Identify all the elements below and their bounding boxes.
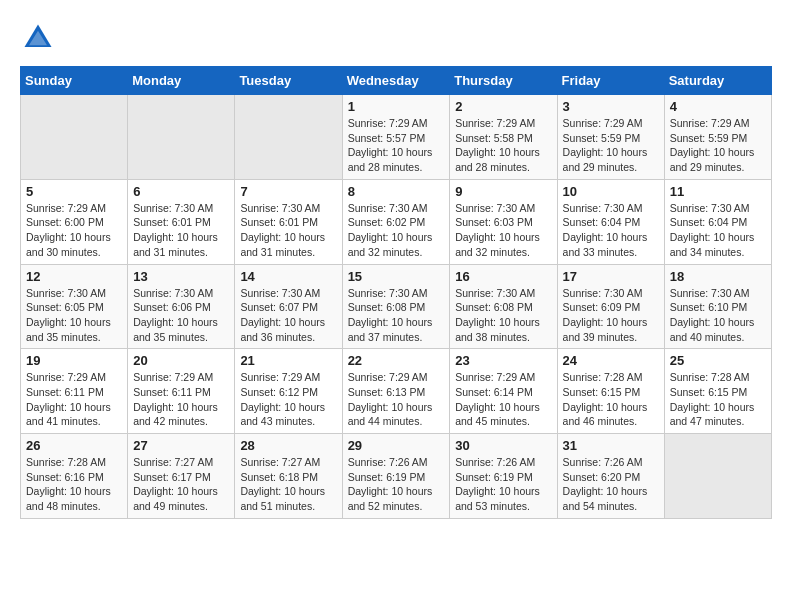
day-number: 17 [563, 269, 659, 284]
day-number: 11 [670, 184, 766, 199]
day-number: 15 [348, 269, 445, 284]
day-info: Sunrise: 7:30 AM Sunset: 6:01 PM Dayligh… [133, 201, 229, 260]
day-number: 19 [26, 353, 122, 368]
day-number: 1 [348, 99, 445, 114]
day-info: Sunrise: 7:26 AM Sunset: 6:20 PM Dayligh… [563, 455, 659, 514]
day-number: 5 [26, 184, 122, 199]
day-info: Sunrise: 7:30 AM Sunset: 6:08 PM Dayligh… [348, 286, 445, 345]
day-number: 20 [133, 353, 229, 368]
day-cell: 29Sunrise: 7:26 AM Sunset: 6:19 PM Dayli… [342, 434, 450, 519]
weekday-tuesday: Tuesday [235, 67, 342, 95]
logo-icon [20, 20, 56, 56]
day-info: Sunrise: 7:30 AM Sunset: 6:08 PM Dayligh… [455, 286, 551, 345]
day-cell: 10Sunrise: 7:30 AM Sunset: 6:04 PM Dayli… [557, 179, 664, 264]
day-info: Sunrise: 7:29 AM Sunset: 6:13 PM Dayligh… [348, 370, 445, 429]
day-info: Sunrise: 7:29 AM Sunset: 5:59 PM Dayligh… [670, 116, 766, 175]
day-info: Sunrise: 7:30 AM Sunset: 6:07 PM Dayligh… [240, 286, 336, 345]
day-number: 9 [455, 184, 551, 199]
day-info: Sunrise: 7:29 AM Sunset: 5:59 PM Dayligh… [563, 116, 659, 175]
day-number: 24 [563, 353, 659, 368]
calendar-body: 1Sunrise: 7:29 AM Sunset: 5:57 PM Daylig… [21, 95, 772, 519]
day-cell: 4Sunrise: 7:29 AM Sunset: 5:59 PM Daylig… [664, 95, 771, 180]
day-number: 3 [563, 99, 659, 114]
day-number: 16 [455, 269, 551, 284]
day-cell: 17Sunrise: 7:30 AM Sunset: 6:09 PM Dayli… [557, 264, 664, 349]
day-number: 10 [563, 184, 659, 199]
week-row-2: 5Sunrise: 7:29 AM Sunset: 6:00 PM Daylig… [21, 179, 772, 264]
day-info: Sunrise: 7:30 AM Sunset: 6:09 PM Dayligh… [563, 286, 659, 345]
day-info: Sunrise: 7:28 AM Sunset: 6:15 PM Dayligh… [563, 370, 659, 429]
day-cell: 30Sunrise: 7:26 AM Sunset: 6:19 PM Dayli… [450, 434, 557, 519]
day-number: 13 [133, 269, 229, 284]
day-cell: 14Sunrise: 7:30 AM Sunset: 6:07 PM Dayli… [235, 264, 342, 349]
day-cell: 18Sunrise: 7:30 AM Sunset: 6:10 PM Dayli… [664, 264, 771, 349]
day-cell: 11Sunrise: 7:30 AM Sunset: 6:04 PM Dayli… [664, 179, 771, 264]
day-number: 28 [240, 438, 336, 453]
day-number: 14 [240, 269, 336, 284]
day-cell [664, 434, 771, 519]
day-info: Sunrise: 7:29 AM Sunset: 6:00 PM Dayligh… [26, 201, 122, 260]
day-number: 30 [455, 438, 551, 453]
day-info: Sunrise: 7:27 AM Sunset: 6:18 PM Dayligh… [240, 455, 336, 514]
day-info: Sunrise: 7:29 AM Sunset: 6:11 PM Dayligh… [133, 370, 229, 429]
day-number: 2 [455, 99, 551, 114]
day-cell: 24Sunrise: 7:28 AM Sunset: 6:15 PM Dayli… [557, 349, 664, 434]
day-number: 23 [455, 353, 551, 368]
day-number: 31 [563, 438, 659, 453]
day-cell: 23Sunrise: 7:29 AM Sunset: 6:14 PM Dayli… [450, 349, 557, 434]
logo [20, 20, 60, 56]
day-number: 29 [348, 438, 445, 453]
day-cell: 25Sunrise: 7:28 AM Sunset: 6:15 PM Dayli… [664, 349, 771, 434]
calendar-table: SundayMondayTuesdayWednesdayThursdayFrid… [20, 66, 772, 519]
day-cell: 2Sunrise: 7:29 AM Sunset: 5:58 PM Daylig… [450, 95, 557, 180]
day-info: Sunrise: 7:26 AM Sunset: 6:19 PM Dayligh… [455, 455, 551, 514]
day-cell: 13Sunrise: 7:30 AM Sunset: 6:06 PM Dayli… [128, 264, 235, 349]
day-info: Sunrise: 7:29 AM Sunset: 6:11 PM Dayligh… [26, 370, 122, 429]
week-row-4: 19Sunrise: 7:29 AM Sunset: 6:11 PM Dayli… [21, 349, 772, 434]
day-info: Sunrise: 7:30 AM Sunset: 6:05 PM Dayligh… [26, 286, 122, 345]
day-info: Sunrise: 7:30 AM Sunset: 6:01 PM Dayligh… [240, 201, 336, 260]
week-row-5: 26Sunrise: 7:28 AM Sunset: 6:16 PM Dayli… [21, 434, 772, 519]
day-number: 7 [240, 184, 336, 199]
day-number: 26 [26, 438, 122, 453]
day-cell: 7Sunrise: 7:30 AM Sunset: 6:01 PM Daylig… [235, 179, 342, 264]
day-cell: 26Sunrise: 7:28 AM Sunset: 6:16 PM Dayli… [21, 434, 128, 519]
day-cell: 28Sunrise: 7:27 AM Sunset: 6:18 PM Dayli… [235, 434, 342, 519]
day-info: Sunrise: 7:29 AM Sunset: 6:14 PM Dayligh… [455, 370, 551, 429]
day-info: Sunrise: 7:27 AM Sunset: 6:17 PM Dayligh… [133, 455, 229, 514]
day-info: Sunrise: 7:28 AM Sunset: 6:15 PM Dayligh… [670, 370, 766, 429]
day-cell: 22Sunrise: 7:29 AM Sunset: 6:13 PM Dayli… [342, 349, 450, 434]
day-cell: 3Sunrise: 7:29 AM Sunset: 5:59 PM Daylig… [557, 95, 664, 180]
day-cell: 9Sunrise: 7:30 AM Sunset: 6:03 PM Daylig… [450, 179, 557, 264]
day-number: 6 [133, 184, 229, 199]
day-info: Sunrise: 7:30 AM Sunset: 6:03 PM Dayligh… [455, 201, 551, 260]
weekday-monday: Monday [128, 67, 235, 95]
day-info: Sunrise: 7:30 AM Sunset: 6:04 PM Dayligh… [563, 201, 659, 260]
day-info: Sunrise: 7:28 AM Sunset: 6:16 PM Dayligh… [26, 455, 122, 514]
day-cell: 19Sunrise: 7:29 AM Sunset: 6:11 PM Dayli… [21, 349, 128, 434]
day-cell: 1Sunrise: 7:29 AM Sunset: 5:57 PM Daylig… [342, 95, 450, 180]
day-number: 25 [670, 353, 766, 368]
day-cell: 27Sunrise: 7:27 AM Sunset: 6:17 PM Dayli… [128, 434, 235, 519]
day-info: Sunrise: 7:29 AM Sunset: 6:12 PM Dayligh… [240, 370, 336, 429]
day-cell: 6Sunrise: 7:30 AM Sunset: 6:01 PM Daylig… [128, 179, 235, 264]
page-header [20, 20, 772, 56]
day-info: Sunrise: 7:29 AM Sunset: 5:58 PM Dayligh… [455, 116, 551, 175]
day-cell [21, 95, 128, 180]
day-cell: 5Sunrise: 7:29 AM Sunset: 6:00 PM Daylig… [21, 179, 128, 264]
weekday-saturday: Saturday [664, 67, 771, 95]
day-cell: 12Sunrise: 7:30 AM Sunset: 6:05 PM Dayli… [21, 264, 128, 349]
day-cell: 20Sunrise: 7:29 AM Sunset: 6:11 PM Dayli… [128, 349, 235, 434]
weekday-friday: Friday [557, 67, 664, 95]
day-number: 22 [348, 353, 445, 368]
day-info: Sunrise: 7:30 AM Sunset: 6:02 PM Dayligh… [348, 201, 445, 260]
day-cell: 8Sunrise: 7:30 AM Sunset: 6:02 PM Daylig… [342, 179, 450, 264]
week-row-3: 12Sunrise: 7:30 AM Sunset: 6:05 PM Dayli… [21, 264, 772, 349]
day-cell: 15Sunrise: 7:30 AM Sunset: 6:08 PM Dayli… [342, 264, 450, 349]
weekday-thursday: Thursday [450, 67, 557, 95]
day-number: 27 [133, 438, 229, 453]
day-info: Sunrise: 7:30 AM Sunset: 6:04 PM Dayligh… [670, 201, 766, 260]
day-info: Sunrise: 7:26 AM Sunset: 6:19 PM Dayligh… [348, 455, 445, 514]
day-number: 18 [670, 269, 766, 284]
weekday-wednesday: Wednesday [342, 67, 450, 95]
